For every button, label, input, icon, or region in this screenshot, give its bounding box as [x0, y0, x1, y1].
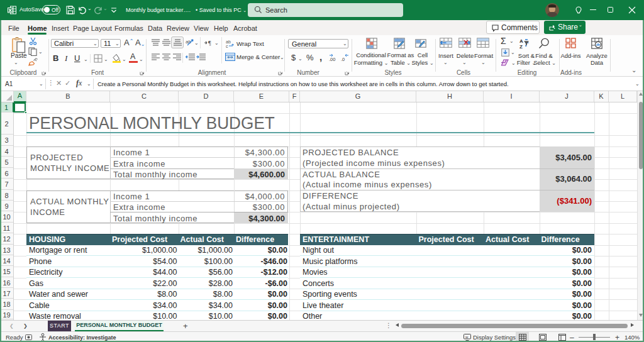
- svg-text:.0: .0: [341, 57, 345, 62]
- svg-text:A: A: [519, 38, 523, 44]
- svg-text:c: c: [226, 44, 228, 48]
- svg-text:.00: .00: [329, 57, 335, 62]
- svg-text:ab: ab: [226, 40, 231, 44]
- svg-text:Z: Z: [519, 44, 523, 49]
- svg-text:w: w: [465, 335, 469, 339]
- svg-text:¶: ¶: [208, 40, 211, 46]
